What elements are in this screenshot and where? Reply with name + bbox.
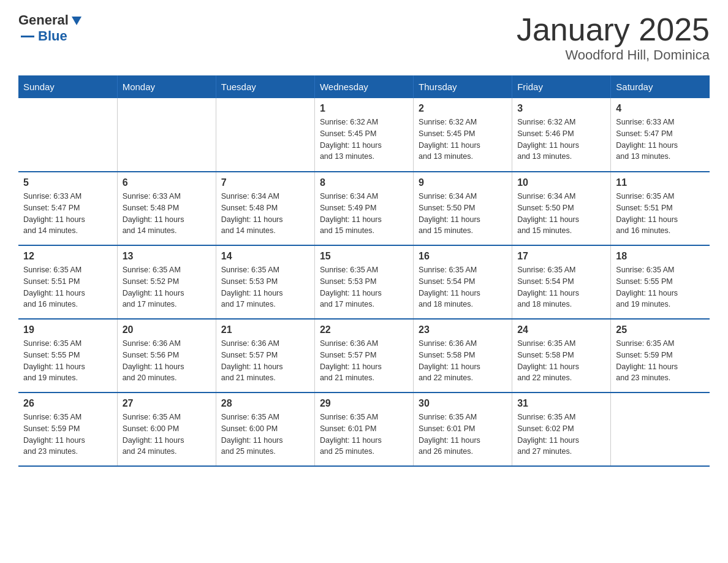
day-info: Sunrise: 6:35 AM Sunset: 5:55 PM Dayligh… <box>616 264 705 310</box>
logo: General Blue <box>18 12 83 44</box>
calendar-cell: 14Sunrise: 6:35 AM Sunset: 5:53 PM Dayli… <box>216 245 314 319</box>
calendar-cell: 31Sunrise: 6:35 AM Sunset: 6:02 PM Dayli… <box>512 393 611 466</box>
logo-blue-text: Blue <box>38 28 67 44</box>
calendar-cell: 26Sunrise: 6:35 AM Sunset: 5:59 PM Dayli… <box>18 393 117 466</box>
calendar-subtitle: Woodford Hill, Dominica <box>517 47 710 63</box>
day-info: Sunrise: 6:36 AM Sunset: 5:57 PM Dayligh… <box>221 338 309 384</box>
day-info: Sunrise: 6:35 AM Sunset: 6:01 PM Dayligh… <box>419 412 507 458</box>
day-info: Sunrise: 6:35 AM Sunset: 5:51 PM Dayligh… <box>616 191 705 237</box>
header-tuesday: Tuesday <box>216 75 314 98</box>
day-number: 14 <box>221 251 309 262</box>
day-number: 17 <box>517 251 605 262</box>
day-number: 5 <box>23 177 112 188</box>
day-info: Sunrise: 6:36 AM Sunset: 5:56 PM Dayligh… <box>123 338 211 384</box>
day-number: 19 <box>23 324 112 335</box>
calendar-body: 1Sunrise: 6:32 AM Sunset: 5:45 PM Daylig… <box>18 98 710 466</box>
header-thursday: Thursday <box>414 75 512 98</box>
calendar-cell <box>117 98 216 172</box>
day-number: 31 <box>517 398 605 409</box>
day-info: Sunrise: 6:36 AM Sunset: 5:58 PM Dayligh… <box>419 338 507 384</box>
day-info: Sunrise: 6:36 AM Sunset: 5:57 PM Dayligh… <box>320 338 408 384</box>
header-row: Sunday Monday Tuesday Wednesday Thursday… <box>18 75 710 98</box>
day-number: 1 <box>320 103 408 114</box>
calendar-cell: 9Sunrise: 6:34 AM Sunset: 5:50 PM Daylig… <box>414 172 512 245</box>
header-sunday: Sunday <box>18 75 117 98</box>
header-saturday: Saturday <box>611 75 710 98</box>
logo-triangle-icon <box>70 13 83 27</box>
calendar-week-2: 5Sunrise: 6:33 AM Sunset: 5:47 PM Daylig… <box>18 172 710 245</box>
calendar-cell: 28Sunrise: 6:35 AM Sunset: 6:00 PM Dayli… <box>216 393 314 466</box>
calendar-cell: 5Sunrise: 6:33 AM Sunset: 5:47 PM Daylig… <box>18 172 117 245</box>
calendar-cell: 1Sunrise: 6:32 AM Sunset: 5:45 PM Daylig… <box>314 98 413 172</box>
day-number: 16 <box>419 251 507 262</box>
calendar-cell: 19Sunrise: 6:35 AM Sunset: 5:55 PM Dayli… <box>18 319 117 393</box>
calendar-cell: 8Sunrise: 6:34 AM Sunset: 5:49 PM Daylig… <box>314 172 413 245</box>
day-number: 9 <box>419 177 507 188</box>
calendar-cell <box>611 393 710 466</box>
calendar-cell: 20Sunrise: 6:36 AM Sunset: 5:56 PM Dayli… <box>117 319 216 393</box>
calendar-title-block: January 2025 Woodford Hill, Dominica <box>517 12 710 63</box>
day-number: 15 <box>320 251 408 262</box>
day-number: 22 <box>320 324 408 335</box>
calendar-cell: 13Sunrise: 6:35 AM Sunset: 5:52 PM Dayli… <box>117 245 216 319</box>
calendar-title: January 2025 <box>517 12 710 47</box>
day-info: Sunrise: 6:35 AM Sunset: 5:59 PM Dayligh… <box>23 412 112 458</box>
calendar-cell: 3Sunrise: 6:32 AM Sunset: 5:46 PM Daylig… <box>512 98 611 172</box>
day-number: 11 <box>616 177 705 188</box>
day-number: 4 <box>616 103 705 114</box>
day-info: Sunrise: 6:34 AM Sunset: 5:50 PM Dayligh… <box>419 191 507 237</box>
day-info: Sunrise: 6:35 AM Sunset: 5:53 PM Dayligh… <box>320 264 408 310</box>
day-number: 27 <box>123 398 211 409</box>
day-info: Sunrise: 6:35 AM Sunset: 5:52 PM Dayligh… <box>123 264 211 310</box>
calendar-week-3: 12Sunrise: 6:35 AM Sunset: 5:51 PM Dayli… <box>18 245 710 319</box>
day-info: Sunrise: 6:34 AM Sunset: 5:49 PM Dayligh… <box>320 191 408 237</box>
day-number: 21 <box>221 324 309 335</box>
page-header: General Blue January 2025 Woodford Hill,… <box>18 12 710 63</box>
day-number: 6 <box>123 177 211 188</box>
day-info: Sunrise: 6:35 AM Sunset: 5:54 PM Dayligh… <box>419 264 507 310</box>
day-number: 7 <box>221 177 309 188</box>
day-info: Sunrise: 6:34 AM Sunset: 5:48 PM Dayligh… <box>221 191 309 237</box>
calendar-cell: 29Sunrise: 6:35 AM Sunset: 6:01 PM Dayli… <box>314 393 413 466</box>
day-info: Sunrise: 6:35 AM Sunset: 5:54 PM Dayligh… <box>517 264 605 310</box>
day-info: Sunrise: 6:32 AM Sunset: 5:46 PM Dayligh… <box>517 117 605 163</box>
header-friday: Friday <box>512 75 611 98</box>
calendar-cell: 21Sunrise: 6:36 AM Sunset: 5:57 PM Dayli… <box>216 319 314 393</box>
calendar-cell: 12Sunrise: 6:35 AM Sunset: 5:51 PM Dayli… <box>18 245 117 319</box>
day-number: 24 <box>517 324 605 335</box>
day-number: 13 <box>123 251 211 262</box>
calendar-cell: 22Sunrise: 6:36 AM Sunset: 5:57 PM Dayli… <box>314 319 413 393</box>
day-info: Sunrise: 6:33 AM Sunset: 5:47 PM Dayligh… <box>616 117 705 163</box>
svg-marker-0 <box>72 17 82 25</box>
day-number: 28 <box>221 398 309 409</box>
calendar-cell: 7Sunrise: 6:34 AM Sunset: 5:48 PM Daylig… <box>216 172 314 245</box>
day-info: Sunrise: 6:35 AM Sunset: 6:02 PM Dayligh… <box>517 412 605 458</box>
day-number: 23 <box>419 324 507 335</box>
calendar-cell: 24Sunrise: 6:35 AM Sunset: 5:58 PM Dayli… <box>512 319 611 393</box>
calendar-week-1: 1Sunrise: 6:32 AM Sunset: 5:45 PM Daylig… <box>18 98 710 172</box>
calendar-cell: 4Sunrise: 6:33 AM Sunset: 5:47 PM Daylig… <box>611 98 710 172</box>
logo-general-text: General <box>18 12 69 28</box>
calendar-cell: 27Sunrise: 6:35 AM Sunset: 6:00 PM Dayli… <box>117 393 216 466</box>
day-number: 12 <box>23 251 112 262</box>
day-info: Sunrise: 6:33 AM Sunset: 5:47 PM Dayligh… <box>23 191 112 237</box>
day-info: Sunrise: 6:35 AM Sunset: 6:00 PM Dayligh… <box>123 412 211 458</box>
day-number: 20 <box>123 324 211 335</box>
day-number: 18 <box>616 251 705 262</box>
calendar-cell: 15Sunrise: 6:35 AM Sunset: 5:53 PM Dayli… <box>314 245 413 319</box>
calendar-cell: 18Sunrise: 6:35 AM Sunset: 5:55 PM Dayli… <box>611 245 710 319</box>
calendar-cell: 11Sunrise: 6:35 AM Sunset: 5:51 PM Dayli… <box>611 172 710 245</box>
calendar-week-4: 19Sunrise: 6:35 AM Sunset: 5:55 PM Dayli… <box>18 319 710 393</box>
day-info: Sunrise: 6:35 AM Sunset: 5:51 PM Dayligh… <box>23 264 112 310</box>
calendar-cell: 25Sunrise: 6:35 AM Sunset: 5:59 PM Dayli… <box>611 319 710 393</box>
day-number: 2 <box>419 103 507 114</box>
day-number: 10 <box>517 177 605 188</box>
day-number: 30 <box>419 398 507 409</box>
day-info: Sunrise: 6:35 AM Sunset: 5:58 PM Dayligh… <box>517 338 605 384</box>
day-number: 26 <box>23 398 112 409</box>
calendar-cell: 17Sunrise: 6:35 AM Sunset: 5:54 PM Dayli… <box>512 245 611 319</box>
day-info: Sunrise: 6:32 AM Sunset: 5:45 PM Dayligh… <box>419 117 507 163</box>
day-info: Sunrise: 6:34 AM Sunset: 5:50 PM Dayligh… <box>517 191 605 237</box>
calendar-cell <box>216 98 314 172</box>
day-number: 3 <box>517 103 605 114</box>
